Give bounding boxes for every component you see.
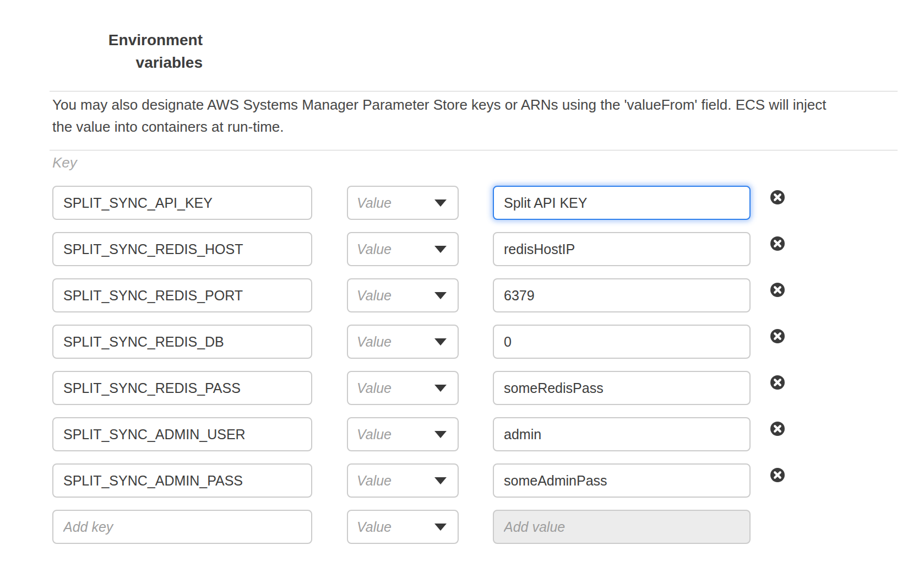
chevron-down-icon — [434, 431, 447, 438]
value-type-dropdown[interactable]: Value — [347, 232, 459, 266]
circle-x-icon — [770, 236, 785, 251]
key-input[interactable] — [52, 232, 312, 266]
remove-row-button[interactable] — [770, 467, 785, 483]
env-var-row: Value — [0, 417, 924, 451]
remove-row-button[interactable] — [770, 375, 785, 390]
circle-x-icon — [770, 421, 785, 436]
chevron-down-icon — [434, 292, 447, 299]
value-input[interactable] — [493, 371, 751, 405]
add-value-input[interactable] — [493, 510, 751, 544]
chevron-down-icon — [434, 385, 447, 392]
key-column-header: Key — [52, 154, 77, 171]
env-var-row: Value — [0, 463, 924, 498]
remove-row-button[interactable] — [770, 282, 785, 298]
circle-x-icon — [770, 328, 785, 344]
circle-x-icon — [770, 467, 785, 483]
circle-x-icon — [770, 190, 785, 205]
value-type-dropdown[interactable]: Value — [347, 417, 459, 451]
dropdown-selected-label: Value — [357, 380, 392, 396]
environment-variables-section: Environment variables You may also desig… — [0, 0, 924, 561]
circle-x-icon — [770, 282, 785, 298]
divider-bottom — [50, 150, 898, 150]
value-type-dropdown[interactable]: Value — [347, 325, 459, 359]
remove-row-button[interactable] — [770, 190, 785, 205]
value-input[interactable] — [493, 417, 751, 451]
remove-row-button[interactable] — [770, 236, 785, 251]
value-type-dropdown[interactable]: Value — [347, 278, 459, 312]
chevron-down-icon — [434, 338, 447, 346]
key-input[interactable] — [52, 463, 312, 498]
key-input[interactable] — [52, 325, 312, 359]
value-type-dropdown[interactable]: Value — [347, 510, 459, 544]
dropdown-selected-label: Value — [357, 241, 392, 257]
section-label: Environment variables — [50, 29, 203, 74]
dropdown-selected-label: Value — [357, 334, 392, 350]
description-line: You may also designate AWS Systems Manag… — [52, 94, 900, 116]
value-input[interactable] — [493, 186, 751, 220]
add-env-var-row: Value — [0, 510, 924, 544]
env-var-row: Value — [0, 232, 924, 266]
dropdown-selected-label: Value — [357, 427, 392, 443]
key-input[interactable] — [52, 186, 312, 220]
value-input[interactable] — [493, 463, 751, 498]
env-var-row: Value — [0, 325, 924, 359]
value-type-dropdown[interactable]: Value — [347, 186, 459, 220]
dropdown-selected-label: Value — [357, 195, 392, 211]
value-input[interactable] — [493, 325, 751, 359]
value-type-dropdown[interactable]: Value — [347, 371, 459, 405]
value-input[interactable] — [493, 232, 751, 266]
chevron-down-icon — [434, 199, 447, 207]
chevron-down-icon — [434, 246, 447, 253]
value-type-dropdown[interactable]: Value — [347, 463, 459, 498]
circle-x-icon — [770, 375, 785, 390]
remove-row-button[interactable] — [770, 421, 785, 436]
chevron-down-icon — [434, 477, 447, 484]
remove-row-button[interactable] — [770, 328, 785, 344]
description-line: the value into containers at run-time. — [52, 116, 900, 138]
key-input[interactable] — [52, 278, 312, 312]
key-input[interactable] — [52, 417, 312, 451]
env-var-row: Value — [0, 278, 924, 312]
env-var-row: Value — [0, 371, 924, 405]
chevron-down-icon — [434, 524, 447, 531]
key-input[interactable] — [52, 371, 312, 405]
env-var-row: Value — [0, 186, 924, 220]
description-text: You may also designate AWS Systems Manag… — [52, 94, 900, 138]
add-key-input[interactable] — [52, 510, 312, 544]
value-input[interactable] — [493, 278, 751, 312]
dropdown-selected-label: Value — [357, 288, 392, 304]
dropdown-selected-label: Value — [357, 519, 392, 535]
dropdown-selected-label: Value — [357, 473, 392, 489]
divider-top — [50, 91, 898, 91]
